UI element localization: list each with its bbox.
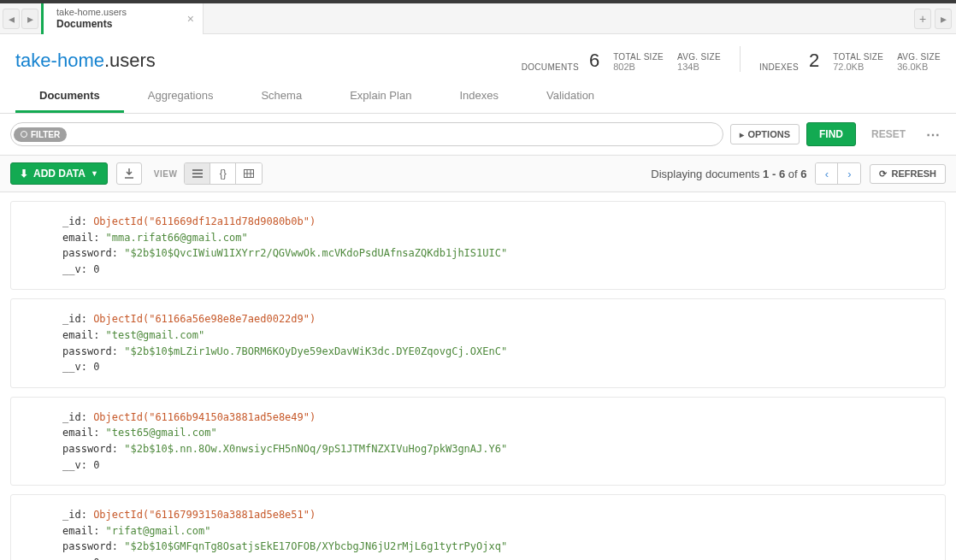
view-json-button[interactable]: {} [210,163,236,184]
nav-arrows: ◂ ▸ [0,9,41,29]
tabs-bar: ◂ ▸ take-home.users Documents × + ▸ [0,3,956,34]
add-data-button[interactable]: ⬇ ADD DATA ▼ [10,162,108,185]
page-next-button[interactable]: › [838,163,860,184]
options-label: OPTIONS [747,129,790,139]
chevron-down-icon: ▼ [91,169,98,178]
view-table-button[interactable] [236,163,262,184]
find-button[interactable]: FIND [806,122,856,146]
db-name: take-home [15,50,104,71]
total-size: 802B [613,62,635,72]
documents-label: DOCUMENTS [522,62,579,72]
close-icon[interactable]: × [187,12,194,26]
tab-validation[interactable]: Validation [522,80,618,113]
options-button[interactable]: OPTIONS [730,124,800,144]
tab-documents[interactable]: Documents [15,80,124,113]
filter-input-wrap: FILTER [10,122,723,146]
total-size-label: TOTAL SIZE [613,52,664,62]
idx-total-size-label: TOTAL SIZE [833,52,883,62]
documents-count: 6 [589,50,599,72]
tab-content: take-home.users Documents [51,7,127,31]
page-prev-button[interactable]: ‹ [816,163,838,184]
table-icon [244,169,254,178]
documents-list[interactable]: _id: ObjectId("611669df12a11d78d9080b0b"… [0,192,956,560]
tabs-overflow-button[interactable]: ▸ [935,9,952,29]
tab-explain-plan[interactable]: Explain Plan [326,80,435,113]
document-card[interactable]: _id: ObjectId("61167993150a3881ad5e8e51"… [10,494,946,560]
refresh-label: REFRESH [891,168,936,179]
view-mode-buttons: {} [184,162,263,185]
idx-avg-size-label: AVG. SIZE [897,52,941,62]
display-range: 1 - 6 [763,168,785,180]
download-icon: ⬇ [20,168,28,180]
document-card[interactable]: _id: ObjectId("61166a56e98e8e7aed0022d9"… [10,298,946,387]
refresh-icon: ⟳ [879,168,887,180]
tab-aggregations[interactable]: Aggregations [124,80,238,113]
indexes-label: INDEXES [759,62,799,72]
tab-accent [41,3,44,34]
new-tab-button[interactable]: + [914,9,931,29]
avg-size-label: AVG. SIZE [677,52,721,62]
filter-input[interactable] [67,128,720,140]
refresh-button[interactable]: ⟳ REFRESH [870,164,946,184]
documents-toolbar: ⬇ ADD DATA ▼ VIEW {} Displaying document… [0,156,956,192]
tab-schema[interactable]: Schema [237,80,326,113]
idx-avg-size: 36.0KB [897,62,928,72]
tab-title: take-home.users [56,7,127,18]
filter-pill[interactable]: FILTER [14,127,67,142]
idx-total-size: 72.0KB [833,62,864,72]
display-count-text: Displaying documents 1 - 6 of 6 [651,168,806,180]
display-total: 6 [800,168,806,180]
pager: ‹ › [815,162,861,185]
avg-size: 134B [677,62,699,72]
section-tabs: Documents Aggregations Schema Explain Pl… [0,80,956,114]
list-icon [192,169,203,178]
nav-back-button[interactable]: ◂ [3,9,20,29]
collection-stats: DOCUMENTS 6 TOTAL SIZE 802B AVG. SIZE 13… [522,46,941,72]
view-list-button[interactable] [185,163,210,184]
add-data-label: ADD DATA [33,168,86,180]
document-card[interactable]: _id: ObjectId("61166b94150a3881ad5e8e49"… [10,397,946,486]
indexes-count: 2 [809,50,819,72]
tab-indexes[interactable]: Indexes [435,80,522,113]
filter-pill-icon [21,131,27,138]
stats-separator [740,46,741,72]
collection-tab[interactable]: take-home.users Documents × [41,3,204,34]
collection-name: .users [104,50,156,71]
filter-pill-label: FILTER [31,130,60,139]
namespace-title: take-home.users [15,50,156,72]
collection-header: take-home.users DOCUMENTS 6 TOTAL SIZE 8… [0,34,956,72]
braces-icon: {} [220,168,227,180]
document-card[interactable]: _id: ObjectId("611669df12a11d78d9080b0b"… [10,201,946,290]
more-menu-button[interactable]: ⋯ [921,127,946,143]
import-button[interactable] [116,162,142,185]
nav-forward-button[interactable]: ▸ [21,9,38,29]
tab-subtitle: Documents [56,18,127,30]
filter-bar: FILTER OPTIONS FIND RESET ⋯ [0,114,956,156]
reset-button[interactable]: RESET [863,124,914,144]
import-icon [123,168,135,180]
view-label: VIEW [154,169,178,179]
